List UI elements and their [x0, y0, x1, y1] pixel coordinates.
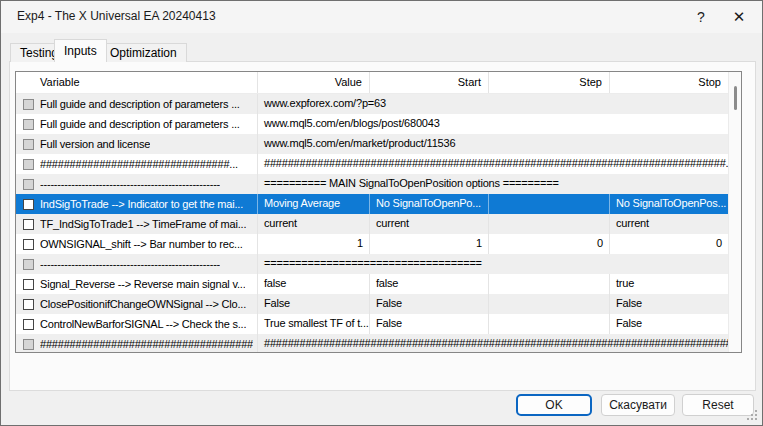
variable-label: Signal_Reverse --> Reverse main signal v…: [40, 275, 245, 294]
value-cell: ========== MAIN SignalToOpenPosition opt…: [258, 174, 728, 194]
parameters-table: Variable Value Start Step Stop Full guid…: [15, 71, 742, 353]
variable-cell[interactable]: TF_IndSigToTrade1 --> TimeFrame of mai..…: [16, 214, 258, 234]
variable-label: ----------------------------------------…: [40, 175, 220, 194]
variable-cell[interactable]: ####################################: [16, 334, 258, 353]
table-row[interactable]: Full guide and description of parameters…: [16, 114, 728, 134]
table-row[interactable]: TF_IndSigToTrade1 --> TimeFrame of mai..…: [16, 214, 728, 234]
table-row[interactable]: IndSigToTrade --> Indicator to get the m…: [16, 194, 728, 214]
step-cell[interactable]: [489, 274, 610, 294]
variable-label: TF_IndSigToTrade1 --> TimeFrame of mai..…: [40, 215, 246, 234]
stop-cell[interactable]: False: [610, 294, 728, 314]
variable-cell[interactable]: ----------------------------------------…: [16, 254, 258, 274]
vertical-scrollbar[interactable]: [728, 72, 741, 352]
ok-button[interactable]: OK: [516, 394, 592, 416]
variable-label: OWNSIGNAL_shift --> Bar number to rec...: [40, 235, 243, 254]
table-row[interactable]: Full guide and description of parameters…: [16, 94, 728, 114]
variable-cell[interactable]: Signal_Reverse --> Reverse main signal v…: [16, 274, 258, 294]
value-cell[interactable]: Moving Average: [258, 194, 370, 214]
row-checkbox[interactable]: [23, 219, 34, 230]
variable-cell[interactable]: Full guide and description of parameters…: [16, 94, 258, 114]
scrollbar-thumb[interactable]: [734, 86, 737, 110]
variable-label: ClosePositionifChangeOWNSignal --> Clo..…: [40, 295, 246, 314]
column-header-variable[interactable]: Variable: [16, 72, 258, 93]
row-checkbox: [23, 339, 34, 350]
stop-cell[interactable]: current: [610, 214, 728, 234]
window-title: Exp4 - The X Universal EA 20240413: [17, 9, 216, 23]
variable-label: ----------------------------------------…: [40, 255, 220, 274]
column-header-value[interactable]: Value: [258, 72, 370, 93]
step-cell[interactable]: [489, 194, 610, 214]
variable-cell[interactable]: ClosePositionifChangeOWNSignal --> Clo..…: [16, 294, 258, 314]
variable-label: ControlNewBarforSIGNAL --> Check the s..…: [40, 315, 246, 334]
resize-grip-icon[interactable]: [747, 410, 758, 421]
variable-cell[interactable]: ControlNewBarforSIGNAL --> Check the s..…: [16, 314, 258, 334]
variable-cell[interactable]: Full version and license: [16, 134, 258, 154]
variable-label: Full version and license: [40, 135, 150, 154]
start-cell[interactable]: 1: [370, 234, 489, 254]
table-row[interactable]: ----------------------------------------…: [16, 174, 728, 194]
variable-label: ####################################: [40, 335, 253, 354]
value-cell: www.expforex.com/?p=63: [258, 94, 728, 114]
row-checkbox: [23, 179, 34, 190]
variable-cell[interactable]: IndSigToTrade --> Indicator to get the m…: [16, 194, 258, 214]
value-cell[interactable]: False: [258, 294, 370, 314]
reset-button[interactable]: Reset: [682, 394, 754, 416]
tab-optimization[interactable]: Optimization: [100, 43, 187, 62]
value-cell: ########################################…: [258, 334, 728, 353]
start-cell[interactable]: current: [370, 214, 489, 234]
row-checkbox: [23, 119, 34, 130]
title-bar[interactable]: Exp4 - The X Universal EA 20240413 ? ✕: [1, 1, 762, 33]
start-cell[interactable]: False: [370, 294, 489, 314]
row-checkbox: [23, 139, 34, 150]
column-header-start[interactable]: Start: [370, 72, 489, 93]
stop-cell[interactable]: False: [610, 314, 728, 334]
table-row[interactable]: ################################...#####…: [16, 154, 728, 174]
step-cell[interactable]: [489, 314, 610, 334]
value-cell: www.mql5.com/en/market/product/11536: [258, 134, 728, 154]
table-row[interactable]: OWNSIGNAL_shift --> Bar number to rec...…: [16, 234, 728, 254]
value-cell[interactable]: True smallest TF of t...: [258, 314, 370, 334]
row-checkbox[interactable]: [23, 239, 34, 250]
table-row[interactable]: Full version and licensewww.mql5.com/en/…: [16, 134, 728, 154]
stop-cell[interactable]: No SignalToOpenPos...: [610, 194, 728, 214]
start-cell[interactable]: False: [370, 314, 489, 334]
row-checkbox[interactable]: [23, 319, 34, 330]
stop-cell[interactable]: true: [610, 274, 728, 294]
ea-properties-dialog: Exp4 - The X Universal EA 20240413 ? ✕ T…: [0, 0, 763, 426]
variable-label: Full guide and description of parameters…: [40, 95, 240, 114]
variable-cell[interactable]: ################################...: [16, 154, 258, 174]
value-cell[interactable]: current: [258, 214, 370, 234]
variable-label: IndSigToTrade --> Indicator to get the m…: [40, 195, 243, 214]
step-cell[interactable]: [489, 214, 610, 234]
value-cell: ########################################…: [258, 154, 728, 174]
tab-inputs[interactable]: Inputs: [54, 39, 107, 62]
row-checkbox: [23, 259, 34, 270]
variable-cell[interactable]: OWNSIGNAL_shift --> Bar number to rec...: [16, 234, 258, 254]
close-icon[interactable]: ✕: [722, 5, 756, 29]
table-row[interactable]: ClosePositionifChangeOWNSignal --> Clo..…: [16, 294, 728, 314]
variable-label: ################################...: [40, 155, 238, 174]
step-cell[interactable]: 0: [489, 234, 610, 254]
table-row[interactable]: Signal_Reverse --> Reverse main signal v…: [16, 274, 728, 294]
variable-label: Full guide and description of parameters…: [40, 115, 240, 134]
row-checkbox: [23, 99, 34, 110]
column-header-step[interactable]: Step: [489, 72, 610, 93]
row-checkbox[interactable]: [23, 299, 34, 310]
cancel-button[interactable]: Скасувати: [601, 394, 675, 416]
start-cell[interactable]: No SignalToOpenPo...: [370, 194, 489, 214]
variable-cell[interactable]: ----------------------------------------…: [16, 174, 258, 194]
stop-cell[interactable]: 0: [610, 234, 728, 254]
row-checkbox[interactable]: [23, 199, 34, 210]
value-cell[interactable]: 1: [258, 234, 370, 254]
value-cell[interactable]: false: [258, 274, 370, 294]
start-cell[interactable]: false: [370, 274, 489, 294]
help-icon[interactable]: ?: [684, 5, 718, 29]
row-checkbox[interactable]: [23, 279, 34, 290]
table-row[interactable]: ----------------------------------------…: [16, 254, 728, 274]
column-header-stop[interactable]: Stop: [610, 72, 728, 93]
step-cell[interactable]: [489, 294, 610, 314]
table-row[interactable]: ControlNewBarforSIGNAL --> Check the s..…: [16, 314, 728, 334]
table-row[interactable]: ########################################…: [16, 334, 728, 353]
variable-cell[interactable]: Full guide and description of parameters…: [16, 114, 258, 134]
table-body: Full guide and description of parameters…: [16, 94, 728, 352]
